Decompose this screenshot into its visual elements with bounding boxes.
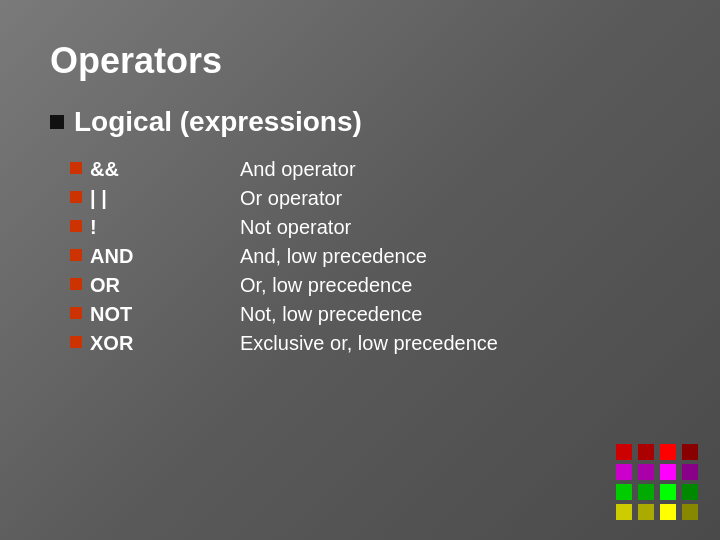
dot-12 [682,484,698,500]
dot-4 [682,444,698,460]
section-bullet-icon [50,115,64,129]
description-0: And operator [240,158,356,181]
list-item: XOR Exclusive or, low precedence [70,332,670,355]
keyword-0: && [90,158,180,181]
dot-15 [660,504,676,520]
list-item: && And operator [70,158,670,181]
keyword-5: NOT [90,303,180,326]
keyword-1: | | [90,187,180,210]
items-list: && And operator | | Or operator ! Not op… [50,158,670,355]
description-3: And, low precedence [240,245,427,268]
color-dots [616,444,700,520]
dot-3 [660,444,676,460]
keyword-4: OR [90,274,180,297]
bullet-icon-5 [70,307,82,319]
dot-1 [616,444,632,460]
bullet-icon-0 [70,162,82,174]
description-4: Or, low precedence [240,274,412,297]
description-6: Exclusive or, low precedence [240,332,498,355]
list-item: AND And, low precedence [70,245,670,268]
slide-title: Operators [50,40,670,82]
dot-5 [616,464,632,480]
dot-6 [638,464,654,480]
dot-7 [660,464,676,480]
description-1: Or operator [240,187,342,210]
bullet-icon-2 [70,220,82,232]
dot-9 [616,484,632,500]
description-5: Not, low precedence [240,303,422,326]
dot-16 [682,504,698,520]
list-item: ! Not operator [70,216,670,239]
dot-8 [682,464,698,480]
dot-13 [616,504,632,520]
section-header: Logical (expressions) [50,106,670,138]
list-item: NOT Not, low precedence [70,303,670,326]
bullet-icon-6 [70,336,82,348]
keyword-3: AND [90,245,180,268]
section-title: Logical (expressions) [74,106,362,138]
dot-2 [638,444,654,460]
dot-11 [660,484,676,500]
bullet-icon-3 [70,249,82,261]
slide: Operators Logical (expressions) && And o… [0,0,720,540]
dot-14 [638,504,654,520]
dot-10 [638,484,654,500]
keyword-6: XOR [90,332,180,355]
keyword-2: ! [90,216,180,239]
description-2: Not operator [240,216,351,239]
list-item: OR Or, low precedence [70,274,670,297]
bullet-icon-4 [70,278,82,290]
bullet-icon-1 [70,191,82,203]
list-item: | | Or operator [70,187,670,210]
